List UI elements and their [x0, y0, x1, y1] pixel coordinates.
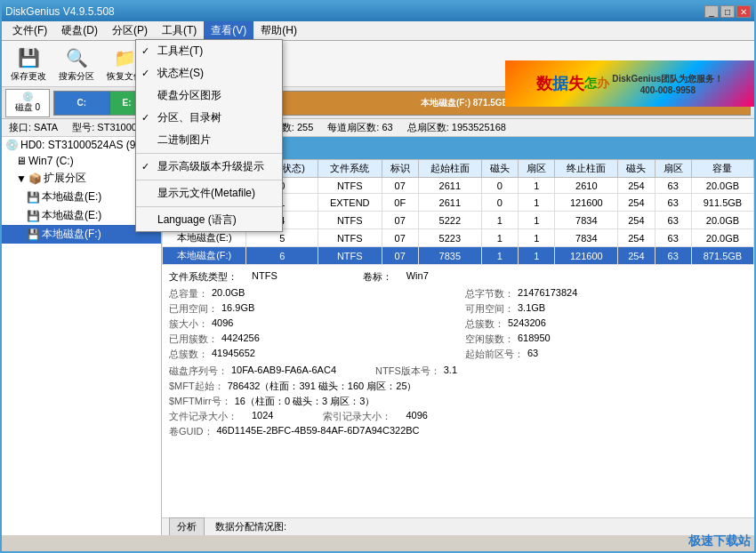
- diskmap-item-label: 硬盘分区图形: [157, 88, 221, 103]
- partitiontree-item-label: 分区、目录树: [157, 110, 221, 125]
- menu-upgrade-item[interactable]: 显示高级版本升级提示: [136, 156, 282, 178]
- menu-diskmap-item[interactable]: 硬盘分区图形: [136, 84, 282, 107]
- toolbar-item-label: 工具栏(T): [157, 44, 203, 59]
- upgrade-item-label: 显示高级版本升级提示: [157, 159, 264, 174]
- menu-language-item[interactable]: Language (语言): [136, 209, 282, 231]
- menu-sep1: [136, 153, 282, 154]
- menu-toolbar-item[interactable]: 工具栏(T): [136, 40, 282, 62]
- menu-sep2: [136, 180, 282, 180]
- menu-partitiontree-item[interactable]: 分区、目录树: [136, 107, 282, 129]
- metafile-item-label: 显示元文件(Metafile): [157, 186, 255, 201]
- bitmap-item-label: 二进制图片: [157, 132, 211, 148]
- language-item-label: Language (语言): [157, 212, 237, 228]
- menu-statusbar-item[interactable]: 状态栏(S): [136, 62, 282, 84]
- menu-metafile-item[interactable]: 显示元文件(Metafile): [136, 182, 282, 204]
- menu-sep3: [136, 206, 282, 207]
- window-frame: DiskGenius V4.9.5.508 _ □ ✕ 文件(F) 硬盘(D) …: [0, 0, 756, 553]
- statusbar-item-label: 状态栏(S): [157, 66, 204, 81]
- view-dropdown-menu: 工具栏(T) 状态栏(S) 硬盘分区图形 分区、目录树 二进制图片 显示高级版本…: [135, 39, 283, 232]
- menu-bitmap-item[interactable]: 二进制图片: [136, 129, 282, 151]
- dropdown-overlay: 工具栏(T) 状态栏(S) 硬盘分区图形 分区、目录树 二进制图片 显示高级版本…: [0, 0, 756, 553]
